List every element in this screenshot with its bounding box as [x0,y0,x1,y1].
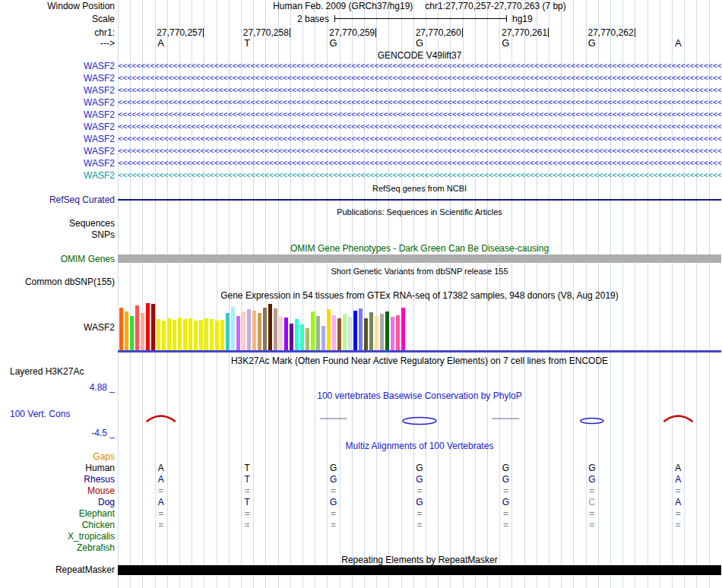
omim-gene-item[interactable] [118,254,721,263]
gene-intron-arrows[interactable]: <<<<<<<<<<<<<<<<<<<<<<<<<<<<<<<<<<<<<<<<… [118,110,721,119]
coordinate-label: 27,770,262 [588,27,635,38]
gtex-tissue-bar[interactable] [258,313,261,351]
gtex-expression-barchart[interactable] [119,301,407,351]
gene-intron-arrows[interactable]: <<<<<<<<<<<<<<<<<<<<<<<<<<<<<<<<<<<<<<<<… [118,147,721,156]
gtex-tissue-bar[interactable] [306,328,309,351]
gtex-tissue-bar[interactable] [220,320,224,351]
gtex-tissue-bar[interactable] [316,316,320,351]
gene-intron-arrows[interactable]: <<<<<<<<<<<<<<<<<<<<<<<<<<<<<<<<<<<<<<<<… [118,134,721,144]
gene-intron-arrows[interactable]: <<<<<<<<<<<<<<<<<<<<<<<<<<<<<<<<<<<<<<<<… [118,171,721,180]
gtex-tissue-bar[interactable] [385,311,389,351]
gtex-tissue-bar[interactable] [157,319,160,351]
gene-intron-arrows[interactable]: <<<<<<<<<<<<<<<<<<<<<<<<<<<<<<<<<<<<<<<<… [118,86,721,95]
gtex-tissue-bar[interactable] [369,312,373,351]
alignment-row-dog[interactable]: ATGGGCA [118,497,721,507]
track-title-h3k27ac[interactable]: H3K27Ac Mark (Often Found Near Active Re… [118,356,721,366]
gtex-tissue-bar[interactable] [359,308,363,351]
gtex-tissue-bar[interactable] [162,321,166,351]
gtex-tissue-bar[interactable] [204,318,208,351]
gtex-tissue-bar[interactable] [380,314,384,351]
gtex-tissue-bar[interactable] [332,315,336,351]
gtex-tissue-bar[interactable] [327,309,331,351]
gtex-tissue-bar[interactable] [194,321,198,351]
gtex-tissue-bar[interactable] [295,319,299,351]
gtex-tissue-bar[interactable] [151,304,155,351]
gtex-tissue-bar[interactable] [236,316,240,351]
gtex-tissue-bar[interactable] [311,311,315,351]
track-title-gencode[interactable]: GENCODE V49lift37 [118,50,721,61]
gtex-tissue-bar[interactable] [290,324,293,351]
track-title-repeatmasker[interactable]: Repeating Elements by RepeatMasker [118,555,721,565]
gtex-tissue-bar[interactable] [210,319,214,351]
phylop-peak-mark[interactable] [147,416,176,422]
gtex-tissue-bar[interactable] [391,317,394,351]
gtex-tissue-bar[interactable] [396,315,400,351]
track-title-phylop[interactable]: 100 vertebrates Basewise Conservation by… [118,390,721,401]
gtex-tissue-bar[interactable] [348,317,352,351]
gtex-tissue-bar[interactable] [183,319,187,351]
gtex-tissue-bar[interactable] [321,326,325,351]
gtex-tissue-bar[interactable] [141,313,144,351]
alignment-row-zebrafish[interactable] [118,542,721,553]
gtex-tissue-bar[interactable] [167,318,171,351]
repeatmasker-item[interactable] [118,565,721,575]
gtex-tissue-bar[interactable] [242,311,245,351]
gtex-tissue-bar[interactable] [284,318,288,351]
gtex-tissue-bar[interactable] [226,313,230,351]
alignment-row-chicken[interactable]: ======= [118,520,721,530]
phylop-peak-mark[interactable] [663,416,692,422]
refseq-curated-item[interactable] [118,199,721,201]
alignment-row-rhesus[interactable]: ATGGGGA [118,474,721,485]
gene-intron-arrows[interactable]: <<<<<<<<<<<<<<<<<<<<<<<<<<<<<<<<<<<<<<<<… [118,98,721,107]
phylop-conservation-track[interactable] [118,401,721,436]
alignment-row-human[interactable]: ATGGGGA [118,463,721,473]
gtex-tissue-bar[interactable] [247,309,251,351]
track-title-omim[interactable]: OMIM Gene Phenotypes - Dark Green Can Be… [118,243,721,254]
gtex-tissue-bar[interactable] [268,304,272,351]
gtex-tissue-bar[interactable] [343,314,347,351]
gtex-tissue-bar[interactable] [231,307,235,351]
gtex-tissue-bar[interactable] [125,311,128,351]
track-title-dbsnp[interactable]: Short Genetic Variants from dbSNP releas… [118,266,721,277]
gtex-tissue-bar[interactable] [135,305,139,351]
coordinate-ruler[interactable]: 27,770,25727,770,25827,770,25927,770,260… [118,27,721,38]
coordinate-label: 27,770,259 [329,27,376,38]
track-title-publications[interactable]: Publications: Sequences in Scientific Ar… [118,207,721,217]
phylop-lens-mark[interactable] [581,419,603,424]
base-letter: = [676,520,681,530]
gtex-tissue-bar[interactable] [215,321,219,351]
gtex-tissue-bar[interactable] [401,308,405,351]
gtex-tissue-bar[interactable] [364,318,368,351]
publications-snps-label: SNPs [0,229,115,240]
gtex-tissue-bar[interactable] [274,308,277,351]
gtex-tissue-bar[interactable] [337,318,341,351]
dbsnp-label: Common dbSNP(155) [0,277,115,287]
alignment-row-mouse[interactable]: ======= [118,485,721,496]
track-title-multiz[interactable]: Multiz Alignments of 100 Vertebrates [118,441,721,451]
alignment-row-x-tropicalis[interactable] [118,531,721,542]
gtex-tissue-bar[interactable] [146,303,150,351]
base-letter: = [589,485,594,496]
gtex-tissue-bar[interactable] [130,316,134,351]
gtex-tissue-bar[interactable] [173,320,176,351]
gene-intron-arrows[interactable]: <<<<<<<<<<<<<<<<<<<<<<<<<<<<<<<<<<<<<<<<… [118,159,721,168]
gene-intron-arrows[interactable]: <<<<<<<<<<<<<<<<<<<<<<<<<<<<<<<<<<<<<<<<… [118,122,721,131]
track-title-gtex[interactable]: Gene Expression in 54 tissues from GTEx … [118,290,721,301]
gtex-tissue-bar[interactable] [252,311,256,351]
gtex-tissue-bar[interactable] [119,308,123,351]
gene-intron-arrows[interactable]: <<<<<<<<<<<<<<<<<<<<<<<<<<<<<<<<<<<<<<<<… [118,62,721,71]
gtex-tissue-bar[interactable] [375,316,378,351]
scale-row: 2 bases hg19 [118,14,721,24]
alignment-row-elephant[interactable]: ======= [118,508,721,519]
gtex-tissue-bar[interactable] [178,318,182,351]
gtex-tissue-bar[interactable] [188,318,192,351]
track-title-refseq[interactable]: RefSeq genes from NCBI [118,183,721,194]
gtex-gene-model-line[interactable] [118,350,721,352]
gtex-tissue-bar[interactable] [279,317,283,351]
gtex-tissue-bar[interactable] [300,324,304,351]
gtex-tissue-bar[interactable] [199,320,203,351]
phylop-lens-mark[interactable] [403,418,436,425]
gtex-tissue-bar[interactable] [263,308,267,351]
gene-intron-arrows[interactable]: <<<<<<<<<<<<<<<<<<<<<<<<<<<<<<<<<<<<<<<<… [118,74,721,83]
gtex-tissue-bar[interactable] [353,311,357,351]
